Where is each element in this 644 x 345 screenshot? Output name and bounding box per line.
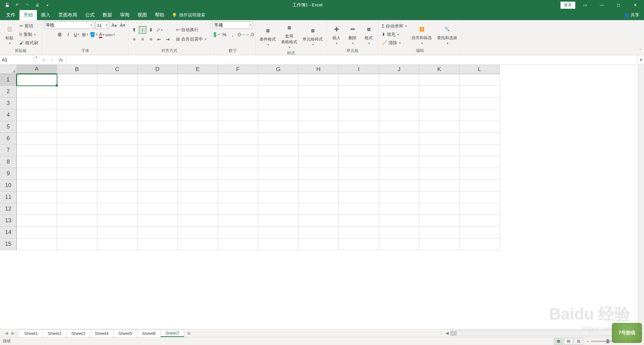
sheet-tab[interactable]: Sheet2: [43, 329, 66, 337]
cell[interactable]: [57, 156, 97, 168]
sheet-tab[interactable]: Sheet1: [19, 329, 43, 337]
cut-button[interactable]: ✂剪切: [18, 22, 40, 30]
cell[interactable]: [258, 215, 299, 227]
cell[interactable]: [339, 215, 379, 227]
column-header[interactable]: F: [218, 65, 258, 74]
row-header[interactable]: 2: [0, 86, 17, 98]
cell[interactable]: [339, 180, 379, 191]
column-header[interactable]: B: [57, 65, 97, 74]
tab-data[interactable]: 数据: [99, 10, 116, 20]
horizontal-scrollbar[interactable]: [450, 331, 638, 336]
column-header[interactable]: I: [339, 65, 379, 74]
cell[interactable]: [57, 168, 97, 180]
cell[interactable]: [299, 238, 339, 250]
cell[interactable]: [419, 191, 460, 203]
row-header[interactable]: 3: [0, 98, 17, 109]
fx-icon[interactable]: fx: [58, 57, 64, 63]
cell[interactable]: [299, 156, 339, 168]
row-header[interactable]: 8: [0, 156, 17, 168]
cell[interactable]: [379, 109, 419, 121]
cell[interactable]: [218, 203, 258, 215]
cell[interactable]: [419, 121, 460, 133]
cell[interactable]: [97, 215, 138, 227]
qat-customize-icon[interactable]: ▾: [44, 1, 51, 9]
cell[interactable]: [57, 133, 97, 145]
normal-view-button[interactable]: ▦: [554, 338, 563, 345]
name-box-dropdown-icon[interactable]: ▾: [34, 55, 39, 64]
align-middle-button[interactable]: ↕: [139, 26, 146, 34]
page-break-view-button[interactable]: ▥: [574, 338, 583, 345]
cell[interactable]: [97, 133, 138, 145]
expand-formula-bar-icon[interactable]: ▾: [637, 55, 644, 64]
cell[interactable]: [97, 238, 138, 250]
cell[interactable]: [339, 145, 379, 156]
cell[interactable]: [299, 74, 339, 86]
format-as-table-button[interactable]: ▦套用 表格格式▾: [279, 21, 299, 50]
cell[interactable]: [17, 109, 57, 121]
row-header[interactable]: 7: [0, 145, 17, 156]
cell[interactable]: [178, 133, 218, 145]
page-layout

-view-button[interactable]: ▤: [564, 338, 573, 345]
cell[interactable]: [97, 121, 138, 133]
tab-formulas[interactable]: 公式: [81, 10, 99, 20]
cell[interactable]: [17, 180, 57, 191]
cell[interactable]: [17, 98, 57, 109]
column-header[interactable]: L: [460, 65, 500, 74]
cell[interactable]: [17, 191, 57, 203]
comma-button[interactable]: ,: [229, 31, 236, 38]
delete-cells-button[interactable]: ➖删除▾: [345, 23, 360, 46]
cell[interactable]: [57, 86, 97, 98]
cell[interactable]: [218, 168, 258, 180]
tell-me-search[interactable]: 💡 操作说明搜索: [168, 10, 209, 20]
decrease-font-button[interactable]: A▾: [119, 21, 126, 29]
cell[interactable]: [138, 156, 178, 168]
font-color-button[interactable]: A▾: [98, 31, 106, 38]
redo-icon[interactable]: ↷: [23, 1, 31, 9]
cell[interactable]: [97, 168, 138, 180]
row-header[interactable]: 1: [0, 74, 17, 86]
align-bottom-button[interactable]: ⬇: [147, 26, 155, 34]
cell[interactable]: [460, 191, 500, 203]
italic-button[interactable]: I: [65, 31, 72, 38]
touch-mode-icon[interactable]: 🖨: [34, 1, 41, 9]
cell[interactable]: [218, 227, 258, 238]
cell[interactable]: [97, 203, 138, 215]
cell[interactable]: [339, 203, 379, 215]
column-header[interactable]: C: [97, 65, 138, 74]
cell[interactable]: [460, 133, 500, 145]
cells-area[interactable]: [17, 74, 500, 329]
add-sheet-button[interactable]: ⊕: [184, 329, 194, 337]
cell[interactable]: [419, 215, 460, 227]
row-header[interactable]: 4: [0, 109, 17, 121]
column-header[interactable]: J: [379, 65, 419, 74]
name-box[interactable]: A1: [0, 55, 34, 64]
paste-button[interactable]: 📋 粘贴 ▾: [2, 23, 17, 46]
cell[interactable]: [138, 238, 178, 250]
cell[interactable]: [57, 203, 97, 215]
cell[interactable]: [218, 121, 258, 133]
cell[interactable]: [57, 145, 97, 156]
cell[interactable]: [460, 121, 500, 133]
cell[interactable]: [218, 109, 258, 121]
cell[interactable]: [97, 145, 138, 156]
cell[interactable]: [299, 227, 339, 238]
cell[interactable]: [17, 168, 57, 180]
cell[interactable]: [178, 168, 218, 180]
cell[interactable]: [178, 227, 218, 238]
cell[interactable]: [339, 238, 379, 250]
increase-indent-button[interactable]: ⇥: [164, 36, 171, 43]
cell[interactable]: [379, 98, 419, 109]
cell[interactable]: [97, 180, 138, 191]
format-cells-button[interactable]: ▦格式▾: [361, 23, 376, 46]
cell[interactable]: [460, 168, 500, 180]
cell[interactable]: [178, 180, 218, 191]
cell[interactable]: [57, 238, 97, 250]
minimize-icon[interactable]: —: [595, 0, 609, 10]
clear-button[interactable]: 🧹清除▾: [380, 39, 408, 47]
tab-insert[interactable]: 插入: [37, 10, 54, 20]
decrease-decimal-button[interactable]: ←.0: [246, 31, 253, 38]
cell[interactable]: [97, 227, 138, 238]
cell[interactable]: [178, 86, 218, 98]
cell[interactable]: [419, 180, 460, 191]
cell[interactable]: [419, 145, 460, 156]
